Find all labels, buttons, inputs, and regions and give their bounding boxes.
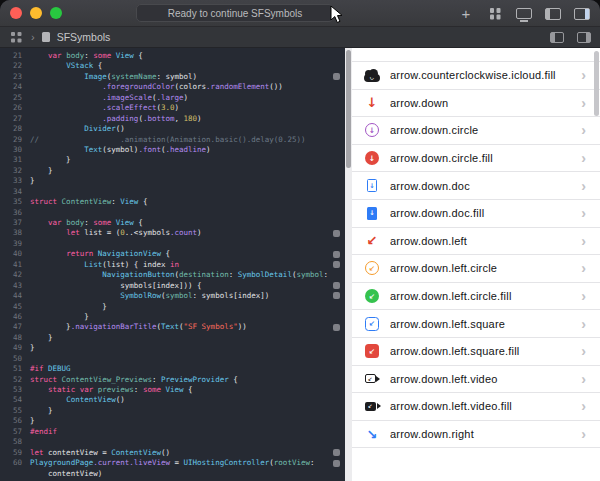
code-line: 26 .scaleEffect(3.0) (0, 103, 345, 113)
code-text: } (30, 176, 35, 186)
chevron-right-icon: › (581, 179, 586, 193)
code-text: } (30, 166, 53, 176)
symbol-list-item[interactable]: ↓ arrow.down.circle › (352, 117, 600, 145)
editor-scrollbar[interactable] (345, 48, 352, 481)
code-text: symbols[index])) { (30, 281, 202, 291)
symbol-list-item[interactable]: ↺ arrow.counterclockwise.icloud.fill › (352, 62, 600, 90)
result-button[interactable] (333, 73, 340, 80)
minimize-button[interactable] (30, 7, 42, 19)
symbol-list-item[interactable]: ↙ arrow.down.left.circle.fill › (352, 283, 600, 311)
traffic-lights (10, 7, 62, 19)
symbol-name: arrow.counterclockwise.icloud.fill (390, 69, 581, 81)
library-button[interactable] (487, 5, 503, 23)
symbol-list-item[interactable]: ↓ arrow.down.doc › (352, 172, 600, 200)
scrollbar-thumb[interactable] (346, 50, 351, 168)
line-number: 33 (0, 176, 22, 186)
code-text: var body: some View { (30, 218, 143, 228)
chevron-right-icon: › (581, 372, 586, 386)
result-button[interactable] (333, 449, 340, 456)
code-line: 38 let list = (0..<symbols.count) (0, 228, 345, 238)
symbol-list-item[interactable]: ↙ arrow.down.left.video.fill › (352, 393, 600, 421)
symbol-name: arrow.down.left.video.fill (390, 400, 581, 412)
line-number: 43 (0, 281, 22, 291)
code-line: 23 Image(systemName: symbol) (0, 72, 345, 82)
line-number: 41 (0, 260, 22, 270)
navigator-button[interactable] (8, 28, 24, 46)
main-content: 21 var body: some View { 22 VStack { 23 … (0, 48, 600, 481)
symbol-name: arrow.down.left (390, 235, 581, 247)
line-number: 51 (0, 364, 22, 374)
code-line: 31 } (0, 155, 345, 165)
symbol-list-item[interactable]: ↓ arrow.down › (352, 90, 600, 118)
symbol-list-item[interactable]: ↙ arrow.down.left › (352, 228, 600, 256)
symbol-list-item[interactable]: ↓ arrow.down.doc.fill › (352, 200, 600, 228)
zoom-button[interactable] (50, 7, 62, 19)
status-pill[interactable]: Ready to continue SFSymbols (136, 4, 334, 22)
line-number: 22 (0, 61, 22, 71)
code-line: 54 ContentView() (0, 395, 345, 405)
bottom-panel-toggle[interactable] (549, 28, 565, 46)
line-number: 49 (0, 343, 22, 353)
line-number (0, 469, 22, 479)
symbol-list-item[interactable]: ↓ arrow.down.circle.fill › (352, 145, 600, 173)
add-button[interactable]: + (458, 5, 474, 23)
result-button[interactable] (333, 282, 340, 289)
sidebar-left-icon (545, 8, 561, 20)
symbol-list-item[interactable]: ↙ arrow.down.left.circle › (352, 255, 600, 283)
line-number: 57 (0, 427, 22, 437)
breadcrumb-file-name[interactable]: SFSymbols (57, 31, 111, 43)
code-line: 49 } (0, 343, 345, 353)
code-line: 55 } (0, 406, 345, 416)
symbol-icon: ↙ (362, 396, 382, 416)
code-text: static var previews: some View { (30, 385, 193, 395)
line-number: 53 (0, 385, 22, 395)
symbol-icon: ↙ (362, 231, 382, 251)
line-number: 60 (0, 458, 22, 468)
symbol-name: arrow.down.left.video (390, 373, 581, 385)
symbol-list-item[interactable]: ↙ arrow.down.left.square.fill › (352, 338, 600, 366)
result-button[interactable] (333, 324, 340, 331)
code-line: 48 } (0, 333, 345, 343)
code-line: 52 struct ContentView_Previews: PreviewP… (0, 375, 345, 385)
line-number: 37 (0, 218, 22, 228)
chevron-right-icon: › (581, 399, 586, 413)
right-sidebar-toggle[interactable] (574, 5, 590, 23)
run-destination-button[interactable] (516, 5, 532, 23)
result-button[interactable] (333, 460, 340, 467)
line-number: 32 (0, 166, 22, 176)
symbol-icon: ↙ (362, 286, 382, 306)
line-number: 55 (0, 406, 22, 416)
code-editor[interactable]: 21 var body: some View { 22 VStack { 23 … (0, 48, 345, 481)
chevron-right-icon: › (581, 123, 586, 137)
symbol-name: arrow.down.left.square (390, 318, 581, 330)
symbol-list-item[interactable]: ↙ arrow.down.left.square › (352, 310, 600, 338)
result-button[interactable] (333, 261, 340, 268)
code-line: 41 List(list) { index in (0, 260, 345, 270)
line-number: 28 (0, 124, 22, 134)
status-text: Ready to continue SFSymbols (168, 8, 303, 19)
code-lines: 21 var body: some View { 22 VStack { 23 … (0, 51, 345, 479)
inspector-panel-toggle[interactable] (576, 28, 592, 46)
code-line: 21 var body: some View { (0, 51, 345, 61)
chevron-right-icon: › (581, 317, 586, 331)
code-line: 25 .imageScale(.large) (0, 93, 345, 103)
chevron-right-icon: › (581, 289, 586, 303)
symbol-list-item[interactable]: ↙ arrow.down.left.video › (352, 366, 600, 394)
code-text: PlaygroundPage.current.liveView = UIHost… (30, 458, 314, 468)
symbol-list-item[interactable]: ↘ arrow.down.right › (352, 421, 600, 449)
symbol-icon: ↘ (362, 424, 382, 444)
result-button[interactable] (333, 230, 340, 237)
left-sidebar-toggle[interactable] (545, 5, 561, 23)
line-number: 56 (0, 416, 22, 426)
code-text: } (30, 406, 53, 416)
code-text: struct ContentView: View { (30, 197, 147, 207)
chevron-right-icon: › (581, 261, 586, 275)
list-scrollbar-thumb[interactable] (594, 51, 599, 116)
line-number: 27 (0, 114, 22, 124)
result-button[interactable] (333, 251, 340, 258)
line-number: 35 (0, 197, 22, 207)
close-button[interactable] (10, 7, 22, 19)
symbol-icon: ↓ (362, 203, 382, 223)
result-button[interactable] (333, 292, 340, 299)
panel-toggles (549, 28, 592, 46)
